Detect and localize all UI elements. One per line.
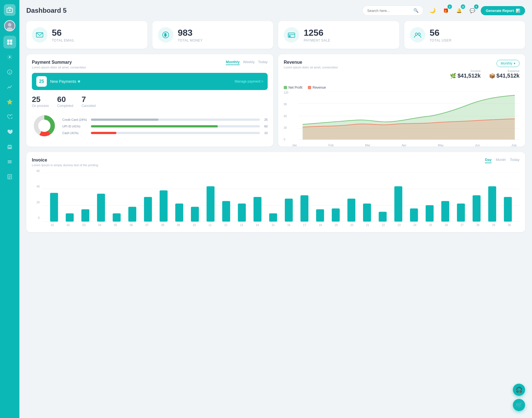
invoice-bar [191, 207, 199, 222]
gift-icon: 🎁 [443, 8, 449, 13]
message-icon: 💬 [470, 8, 475, 13]
svg-rect-7 [7, 42, 9, 45]
sidebar-item-settings[interactable] [3, 51, 16, 63]
support-icon: 🎧 [516, 386, 523, 393]
invoice-bar [50, 193, 58, 222]
credit-card-label: Credit Card (24%) [62, 118, 89, 121]
payment-bars: Credit Card (24%) 25 UPI ID (41%) 60 [62, 118, 268, 135]
legend-revenue: Revenue [308, 86, 326, 89]
donut-chart [32, 113, 57, 139]
expense-icon: 📦 [489, 73, 495, 79]
svg-rect-13 [9, 147, 11, 148]
cart-fab[interactable]: 🛒 [513, 399, 525, 411]
stats-completed: 60 Completed [57, 95, 73, 108]
svg-rect-5 [7, 40, 9, 42]
svg-rect-1 [9, 10, 11, 11]
invoice-bar [128, 207, 136, 222]
sidebar-item-info[interactable]: i [3, 66, 16, 78]
invoice-tab-day[interactable]: Day [485, 158, 492, 163]
payment-sale-value: 1256 [304, 28, 330, 38]
manage-payment-link[interactable]: Manage payment > [235, 80, 263, 83]
invoice-bar [113, 213, 121, 222]
gift-btn[interactable]: 🎁 2 [441, 6, 451, 16]
bell-badge: 12 [461, 4, 465, 9]
income-icon: 🌿 [450, 73, 456, 79]
sidebar-item-star[interactable]: ⭐ [3, 96, 16, 108]
invoice-tab-today[interactable]: Today [510, 158, 520, 163]
expense-value: 📦 $41,512k [489, 73, 520, 79]
main-content: Dashboard 5 🔍 🌙 🎁 2 🔔 12 💬 5 Generate Re [19, 0, 532, 418]
svg-point-32 [38, 120, 50, 132]
svg-rect-6 [10, 40, 12, 42]
payment-summary-title: Payment Summary [32, 60, 86, 65]
cart-icon: 🛒 [516, 402, 523, 408]
income-item: Income 🌿 $41,512k [450, 69, 480, 79]
revenue-panel: Revenue Lorem ipsum dolor sit amet, cons… [278, 54, 525, 147]
stat-card-payment-sale: 1256 PAYMENT SALE [278, 21, 399, 49]
bell-btn[interactable]: 🔔 12 [454, 6, 464, 16]
search-bar[interactable]: 🔍 [362, 6, 423, 16]
invoice-bar [410, 209, 418, 222]
svg-point-28 [418, 33, 420, 35]
revenue-dropdown[interactable]: Monthly ▾ [497, 60, 520, 67]
bell-icon: 🔔 [456, 8, 462, 13]
sidebar-logo[interactable] [4, 4, 16, 16]
message-btn[interactable]: 💬 5 [467, 6, 477, 16]
support-fab[interactable]: 🎧 [513, 384, 525, 396]
stat-card-total-email: 56 TOTAL EMAIL [26, 21, 147, 49]
invoice-x-labels: 0102030405060708091011121314151617181920… [42, 224, 520, 227]
invoice-bar [175, 204, 183, 222]
sidebar-item-print[interactable] [3, 140, 16, 153]
generate-report-button[interactable]: Generate Report 📊 [481, 6, 525, 15]
svg-point-9 [9, 56, 11, 58]
message-badge: 5 [474, 4, 479, 9]
revenue-dot [308, 86, 311, 89]
invoice-bar [160, 190, 168, 222]
tab-monthly[interactable]: Monthly [226, 60, 240, 65]
sidebar-item-analytics[interactable] [3, 81, 16, 93]
canceled-value: 7 [81, 95, 96, 104]
upi-label: UPI ID (41%) [62, 125, 89, 128]
sidebar-item-heart2[interactable] [3, 125, 16, 138]
sidebar-item-list[interactable] [3, 155, 16, 168]
sidebar-item-docs[interactable] [3, 170, 16, 183]
invoice-bar [81, 209, 89, 222]
invoice-bar [300, 195, 308, 222]
sidebar-item-dashboard[interactable] [3, 36, 16, 48]
search-input[interactable] [367, 9, 411, 13]
stat-card-total-money: $ 983 TOTAL MONEY [152, 21, 273, 49]
user-avatar[interactable] [4, 20, 15, 31]
dark-mode-btn[interactable]: 🌙 [428, 6, 438, 16]
sidebar-item-heart[interactable] [3, 111, 16, 123]
total-money-icon: $ [158, 27, 173, 43]
upi-value: 60 [262, 125, 268, 128]
tab-weekly[interactable]: Weekly [243, 60, 255, 65]
invoice-tab-month[interactable]: Month [496, 158, 506, 163]
invoice-bar [441, 201, 449, 222]
expense-label: Expense [489, 69, 520, 73]
cash-label: Cash (41%) [62, 131, 89, 135]
invoice-y-labels: 60 40 20 0 [32, 170, 40, 219]
cash-fill [91, 132, 116, 134]
tab-today[interactable]: Today [258, 60, 268, 65]
svg-point-3 [8, 23, 12, 27]
upi-track [91, 125, 260, 127]
header: Dashboard 5 🔍 🌙 🎁 2 🔔 12 💬 5 Generate Re [26, 6, 525, 16]
income-label: Income [450, 69, 480, 73]
total-money-label: TOTAL MONEY [178, 39, 203, 42]
invoice-bar [97, 194, 105, 222]
payment-sale-label: PAYMENT SALE [304, 39, 330, 42]
invoice-bar [66, 213, 74, 222]
canceled-label: Canceled [81, 104, 96, 108]
invoice-tabs: Day Month Today [485, 158, 520, 163]
svg-rect-8 [10, 42, 12, 45]
upi-fill [91, 125, 218, 127]
stats-canceled: 7 Canceled [81, 95, 96, 108]
svg-text:$: $ [164, 33, 167, 37]
invoice-bar [363, 204, 371, 222]
new-payments-row: 25 New Payments Manage payment > [32, 73, 268, 90]
chevron-down-icon: ▾ [514, 61, 515, 65]
invoice-bar [457, 204, 465, 222]
new-payments-label: New Payments [50, 79, 80, 84]
moon-icon: 🌙 [429, 7, 436, 14]
